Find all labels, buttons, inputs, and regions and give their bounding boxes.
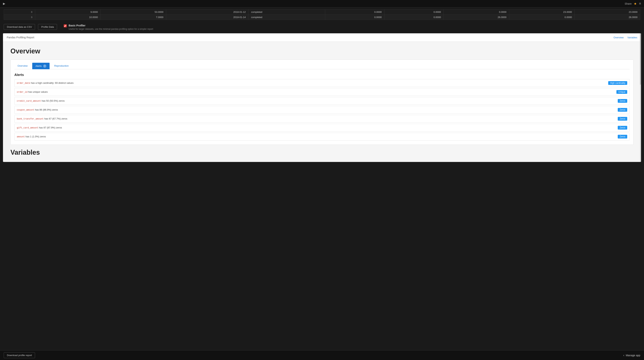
alert-row: coupon_amount has 86 (86.9%) zeros Zeros bbox=[14, 106, 630, 114]
cell-date: 2018-01-14 bbox=[166, 15, 248, 20]
cell-val3: 26.0000 bbox=[444, 15, 509, 20]
cell-val1: 0.0000 bbox=[325, 9, 384, 15]
alert-row: gift_card_amount has 87 (87.9%) zeros Ze… bbox=[14, 124, 630, 132]
cell-val1: 0.0000 bbox=[325, 15, 384, 20]
alert-badge: High cardinality bbox=[608, 81, 627, 85]
basic-profiler-checkbox[interactable] bbox=[64, 24, 67, 27]
row-index: 8 bbox=[4, 9, 35, 15]
profiler-description: Useful for larger datasets, use the mini… bbox=[68, 28, 153, 30]
profiler-option: Basic Profiler Useful for larger dataset… bbox=[64, 24, 153, 30]
cell-val3: 0.0000 bbox=[444, 9, 509, 15]
tab-reproduction[interactable]: Reproduction bbox=[51, 63, 72, 69]
tabs-container: Overview Alerts 7 Reproduction Alerts or… bbox=[10, 60, 634, 145]
variables-title: Variables bbox=[10, 149, 634, 156]
table-row: 8 9.0000 53.0000 2018-01-12 completed 0.… bbox=[4, 9, 640, 15]
alert-row: order_date has a high cardinality: 69 di… bbox=[14, 79, 630, 87]
profile-data-button[interactable]: Profile Data bbox=[38, 24, 57, 30]
alert-badge: Zeros bbox=[618, 135, 627, 139]
cell-status: completed bbox=[248, 15, 325, 20]
cell-col2: 53.0000 bbox=[100, 9, 166, 15]
alert-badge: Zeros bbox=[618, 126, 627, 130]
cell-val5: 23.0000 bbox=[575, 9, 640, 15]
report-nav-overview[interactable]: Overview bbox=[614, 36, 624, 39]
cell-col1: 9.0000 bbox=[35, 9, 100, 15]
alert-text: order_date has a high cardinality: 69 di… bbox=[17, 82, 74, 85]
tabs: Overview Alerts 7 Reproduction bbox=[14, 63, 630, 69]
alert-text: amount has 1 (1.0%) zeros bbox=[17, 135, 46, 138]
table-row: 9 10.0000 7.0000 2018-01-14 completed 0.… bbox=[4, 15, 640, 20]
alert-row: order_id has unique values Unique bbox=[14, 88, 630, 96]
report-scrollbar[interactable] bbox=[640, 33, 641, 162]
cell-val4: 23.0000 bbox=[509, 9, 575, 15]
bottom-bar: Download profile report ‹ Manage app bbox=[0, 350, 644, 360]
row-index: 9 bbox=[4, 15, 35, 20]
tab-alerts[interactable]: Alerts 7 bbox=[32, 63, 50, 69]
action-buttons-row: Download data as CSV Profile Data Basic … bbox=[0, 22, 644, 33]
manage-app-label[interactable]: Manage app bbox=[626, 354, 640, 357]
data-table-section: 8 9.0000 53.0000 2018-01-12 completed 0.… bbox=[0, 7, 644, 22]
report-header: Pandas Profiling Report Overview Variabl… bbox=[3, 33, 641, 42]
cell-status: completed bbox=[248, 9, 325, 15]
report-panel-title: Pandas Profiling Report bbox=[7, 36, 34, 39]
alert-field-code: gift_card_amount bbox=[17, 127, 38, 129]
top-bar-left: ▶ bbox=[3, 2, 5, 5]
star-icon[interactable]: ★ bbox=[634, 2, 637, 6]
alert-badge: Zeros bbox=[618, 108, 627, 112]
alert-text: gift_card_amount has 87 (87.9%) zeros bbox=[17, 126, 62, 129]
expand-icon[interactable]: ▶ bbox=[3, 2, 5, 5]
alert-field-code: amount bbox=[17, 136, 25, 138]
alert-badge: Zeros bbox=[618, 117, 627, 121]
alert-row: bank_transfer_amount has 67 (67.7%) zero… bbox=[14, 115, 630, 123]
manage-app-area[interactable]: ‹ Manage app bbox=[623, 354, 640, 357]
chevron-left-icon: ‹ bbox=[623, 354, 624, 357]
alert-field-code: order_date bbox=[17, 82, 30, 85]
alerts-list: order_date has a high cardinality: 69 di… bbox=[14, 79, 630, 141]
alert-text: bank_transfer_amount has 67 (67.7%) zero… bbox=[17, 117, 67, 120]
report-nav-variables[interactable]: Variables bbox=[628, 36, 637, 39]
menu-icon[interactable]: ≡ bbox=[639, 2, 641, 5]
alert-row: amount has 1 (1.0%) zeros Zeros bbox=[14, 133, 630, 141]
report-scrollbar-thumb[interactable] bbox=[640, 33, 641, 85]
report-nav: Overview Variables bbox=[614, 36, 637, 39]
download-csv-button[interactable]: Download data as CSV bbox=[4, 24, 35, 30]
cell-val2: 0.0000 bbox=[384, 9, 444, 15]
cell-date: 2018-01-12 bbox=[166, 9, 248, 15]
alert-field-code: order_id bbox=[17, 91, 28, 93]
alert-badge: Zeros bbox=[618, 99, 627, 103]
alert-text: coupon_amount has 86 (86.9%) zeros bbox=[17, 108, 58, 111]
alerts-badge: 7 bbox=[43, 64, 46, 68]
alert-text: credit_card_amount has 50 (50.5%) zeros bbox=[17, 99, 65, 102]
download-profile-report-button[interactable]: Download profile report bbox=[4, 352, 35, 358]
report-panel: Pandas Profiling Report Overview Variabl… bbox=[3, 33, 641, 162]
alert-field-code: bank_transfer_amount bbox=[17, 118, 44, 120]
cell-val4: 0.0000 bbox=[509, 15, 575, 20]
cell-col1: 10.0000 bbox=[35, 15, 100, 20]
alert-field-code: credit_card_amount bbox=[17, 100, 41, 102]
top-bar-right: Share ★ ≡ bbox=[624, 2, 641, 6]
tab-overview[interactable]: Overview bbox=[14, 63, 31, 69]
alert-row: credit_card_amount has 50 (50.5%) zeros … bbox=[14, 97, 630, 105]
data-table: 8 9.0000 53.0000 2018-01-12 completed 0.… bbox=[4, 9, 640, 20]
overview-title: Overview bbox=[10, 47, 634, 55]
cell-val5: 26.0000 bbox=[575, 15, 640, 20]
alert-field-code: coupon_amount bbox=[17, 109, 34, 111]
top-bar: ▶ Share ★ ≡ bbox=[0, 0, 644, 7]
profiler-label: Basic Profiler bbox=[68, 24, 153, 27]
share-button[interactable]: Share bbox=[624, 2, 632, 5]
cell-val2: 0.0000 bbox=[384, 15, 444, 20]
alerts-title: Alerts bbox=[14, 73, 630, 77]
alert-text: order_id has unique values bbox=[17, 90, 48, 93]
cell-col2: 7.0000 bbox=[100, 15, 166, 20]
report-body: Overview Overview Alerts 7 Reproduction … bbox=[3, 42, 641, 162]
alert-badge: Unique bbox=[616, 90, 627, 94]
main-content: 8 9.0000 53.0000 2018-01-12 completed 0.… bbox=[0, 0, 644, 173]
